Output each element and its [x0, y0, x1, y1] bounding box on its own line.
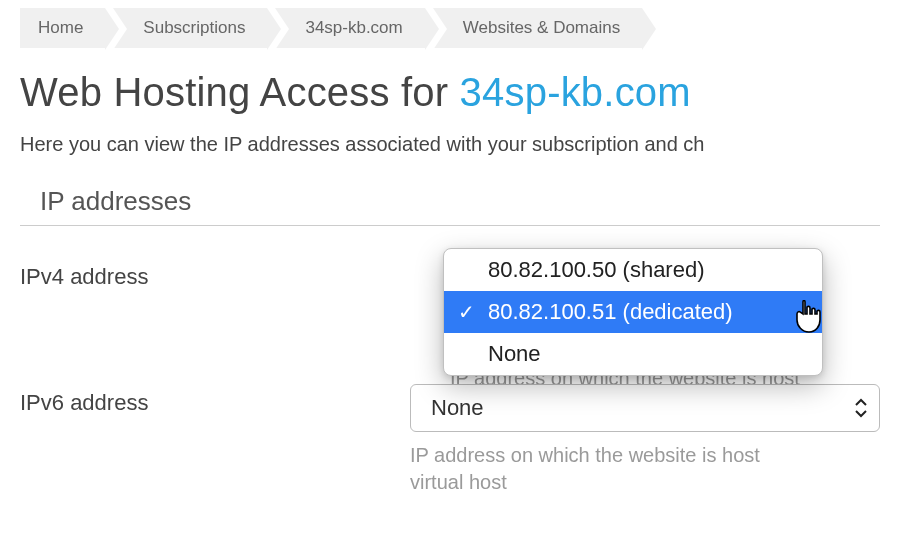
page-title: Web Hosting Access for 34sp-kb.com — [0, 48, 900, 125]
ipv6-helper-line1: IP address on which the website is host — [410, 432, 880, 467]
ipv4-dropdown[interactable]: 80.82.100.50 (shared) ✓ 80.82.100.51 (de… — [443, 248, 823, 376]
option-label: None — [488, 341, 541, 366]
breadcrumb-label: Websites & Domains — [463, 18, 620, 38]
ipv6-label: IPv6 address — [20, 384, 410, 416]
ipv6-helper-line2: virtual host — [410, 467, 880, 494]
page-title-domain: 34sp-kb.com — [460, 70, 691, 114]
page-title-prefix: Web Hosting Access for — [20, 70, 460, 114]
ipv4-option-shared[interactable]: 80.82.100.50 (shared) — [444, 249, 822, 291]
breadcrumb-home[interactable]: Home — [20, 8, 105, 48]
breadcrumb: Home Subscriptions 34sp-kb.com Websites … — [0, 0, 900, 48]
section-heading: IP addresses — [20, 180, 880, 226]
ipv6-select-value: None — [431, 395, 484, 420]
breadcrumb-label: Home — [38, 18, 83, 38]
ipv6-control: None IP address on which the website is … — [410, 384, 880, 494]
breadcrumb-websites-domains[interactable]: Websites & Domains — [433, 8, 642, 48]
intro-text: Here you can view the IP addresses assoc… — [0, 125, 900, 180]
ipv6-select[interactable]: None — [410, 384, 880, 432]
option-label: 80.82.100.51 (dedicated) — [488, 299, 733, 324]
breadcrumb-domain[interactable]: 34sp-kb.com — [275, 8, 424, 48]
check-icon: ✓ — [458, 300, 475, 324]
select-arrows-icon — [855, 398, 867, 418]
section-heading-label: IP addresses — [40, 186, 191, 216]
ipv4-label: IPv4 address — [20, 258, 450, 290]
ipv4-option-none[interactable]: None — [444, 333, 822, 375]
breadcrumb-label: 34sp-kb.com — [305, 18, 402, 38]
option-label: 80.82.100.50 (shared) — [488, 257, 705, 282]
pointer-cursor-icon — [794, 300, 824, 338]
ipv4-option-dedicated[interactable]: ✓ 80.82.100.51 (dedicated) — [444, 291, 822, 333]
breadcrumb-subscriptions[interactable]: Subscriptions — [113, 8, 267, 48]
breadcrumb-label: Subscriptions — [143, 18, 245, 38]
